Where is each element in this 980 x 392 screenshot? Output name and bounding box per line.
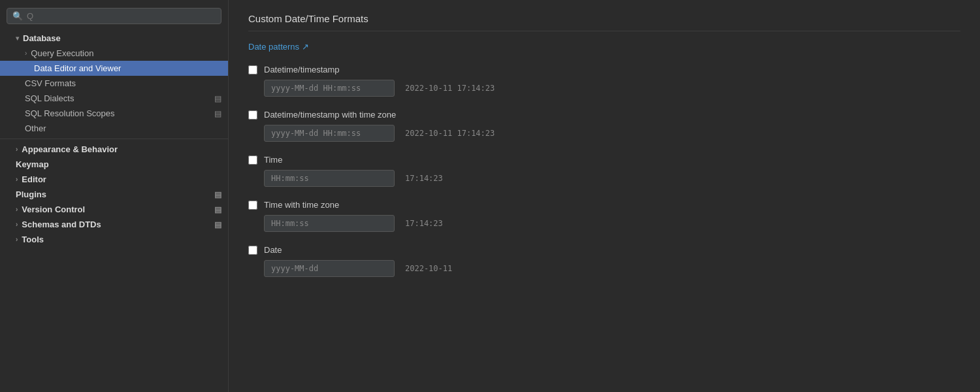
sidebar-item-other[interactable]: Other bbox=[0, 121, 228, 136]
format-section-date: Date 2022-10-11 bbox=[248, 245, 960, 277]
settings-icon: ▤ bbox=[214, 220, 221, 229]
time-input[interactable] bbox=[264, 170, 395, 187]
sidebar-item-csv-formats[interactable]: CSV Formats bbox=[0, 76, 228, 91]
datetime-tz-preview: 2022-10-11 17:14:23 bbox=[405, 129, 495, 138]
time-tz-checkbox[interactable] bbox=[248, 201, 257, 210]
sidebar-item-label: SQL Resolution Scopes bbox=[25, 108, 115, 118]
time-tz-input[interactable] bbox=[264, 215, 395, 232]
date-checkbox[interactable] bbox=[248, 246, 257, 255]
format-input-row-date: 2022-10-11 bbox=[248, 260, 960, 277]
sidebar-item-label: Other bbox=[25, 123, 46, 133]
sidebar-item-label: Tools bbox=[22, 235, 44, 244]
sidebar-item-label: Plugins bbox=[16, 189, 46, 199]
datetime-tz-label: Datetime/timestamp with time zone bbox=[264, 110, 396, 120]
format-header-datetime: Datetime/timestamp bbox=[248, 65, 960, 74]
settings-icon: ▤ bbox=[214, 190, 221, 199]
settings-icon: ▤ bbox=[214, 94, 221, 103]
date-patterns-link[interactable]: Date patterns ↗ bbox=[248, 42, 309, 52]
format-input-row-time: 17:14:23 bbox=[248, 170, 960, 187]
format-section-time: Time 17:14:23 bbox=[248, 155, 960, 187]
sidebar-item-editor[interactable]: › Editor bbox=[0, 172, 228, 187]
datetime-input[interactable] bbox=[264, 80, 395, 97]
date-preview: 2022-10-11 bbox=[405, 264, 452, 273]
sidebar-item-database[interactable]: ▾ Database bbox=[0, 31, 228, 46]
format-section-time-tz: Time with time zone 17:14:23 bbox=[248, 200, 960, 232]
sidebar-item-appearance[interactable]: › Appearance & Behavior bbox=[0, 142, 228, 157]
datetime-preview: 2022-10-11 17:14:23 bbox=[405, 84, 495, 93]
format-input-row-datetime: 2022-10-11 17:14:23 bbox=[248, 80, 960, 97]
sidebar-item-version-control[interactable]: › Version Control ▤ bbox=[0, 202, 228, 217]
chevron-right-icon: › bbox=[16, 206, 18, 213]
sidebar-item-sql-resolution[interactable]: SQL Resolution Scopes ▤ bbox=[0, 106, 228, 121]
settings-icon: ▤ bbox=[214, 109, 221, 118]
sidebar-item-label: Data Editor and Viewer bbox=[34, 63, 121, 73]
main-content: Custom Date/Time Formats Date patterns ↗… bbox=[229, 0, 980, 392]
sidebar-item-label: Schemas and DTDs bbox=[22, 220, 101, 229]
sidebar-item-tools[interactable]: › Tools bbox=[0, 232, 228, 247]
search-bar[interactable]: 🔍 bbox=[7, 8, 221, 24]
date-patterns-label: Date patterns bbox=[248, 42, 299, 52]
search-icon: 🔍 bbox=[12, 11, 23, 21]
chevron-right-icon: › bbox=[16, 176, 18, 183]
settings-icon: ▤ bbox=[214, 205, 221, 214]
time-tz-preview: 17:14:23 bbox=[405, 219, 443, 228]
date-input[interactable] bbox=[264, 260, 395, 277]
datetime-checkbox[interactable] bbox=[248, 65, 257, 74]
format-header-datetime-tz: Datetime/timestamp with time zone bbox=[248, 110, 960, 120]
datetime-tz-input[interactable] bbox=[264, 125, 395, 142]
chevron-right-icon: › bbox=[16, 221, 18, 228]
time-checkbox[interactable] bbox=[248, 155, 257, 165]
sidebar-item-label: Version Control bbox=[22, 204, 85, 214]
time-label: Time bbox=[264, 155, 282, 165]
format-section-datetime-tz: Datetime/timestamp with time zone 2022-1… bbox=[248, 110, 960, 142]
sidebar-item-keymap[interactable]: Keymap bbox=[0, 157, 228, 172]
search-input[interactable] bbox=[27, 11, 216, 21]
chevron-down-icon: ▾ bbox=[16, 35, 19, 42]
format-header-time: Time bbox=[248, 155, 960, 165]
sidebar-item-label: Appearance & Behavior bbox=[22, 144, 118, 154]
format-header-time-tz: Time with time zone bbox=[248, 200, 960, 210]
sidebar-item-label: Keymap bbox=[16, 159, 49, 169]
format-input-row-datetime-tz: 2022-10-11 17:14:23 bbox=[248, 125, 960, 142]
date-label: Date bbox=[264, 245, 282, 255]
sidebar: 🔍 ▾ Database › Query Execution Data Edit… bbox=[0, 0, 229, 392]
time-tz-label: Time with time zone bbox=[264, 200, 339, 210]
sidebar-item-sql-dialects[interactable]: SQL Dialects ▤ bbox=[0, 91, 228, 106]
sidebar-item-label: Query Execution bbox=[31, 48, 93, 58]
page-title: Custom Date/Time Formats bbox=[248, 13, 960, 31]
datetime-tz-checkbox[interactable] bbox=[248, 110, 257, 120]
format-section-datetime: Datetime/timestamp 2022-10-11 17:14:23 bbox=[248, 65, 960, 97]
sidebar-item-schemas[interactable]: › Schemas and DTDs ▤ bbox=[0, 217, 228, 232]
time-preview: 17:14:23 bbox=[405, 174, 443, 183]
sidebar-item-label: CSV Formats bbox=[25, 78, 76, 88]
chevron-right-icon: › bbox=[16, 236, 18, 243]
sidebar-item-plugins[interactable]: Plugins ▤ bbox=[0, 187, 228, 202]
external-link-icon: ↗ bbox=[302, 42, 309, 52]
chevron-right-icon: › bbox=[16, 146, 18, 153]
format-input-row-time-tz: 17:14:23 bbox=[248, 215, 960, 232]
chevron-right-icon: › bbox=[25, 50, 27, 57]
datetime-label: Datetime/timestamp bbox=[264, 65, 340, 74]
sidebar-item-data-editor[interactable]: Data Editor and Viewer bbox=[0, 61, 228, 76]
sidebar-item-query-execution[interactable]: › Query Execution bbox=[0, 46, 228, 61]
sidebar-item-label: Editor bbox=[22, 174, 46, 184]
sidebar-item-label: Database bbox=[23, 33, 61, 43]
sidebar-item-label: SQL Dialects bbox=[25, 93, 74, 103]
format-header-date: Date bbox=[248, 245, 960, 255]
